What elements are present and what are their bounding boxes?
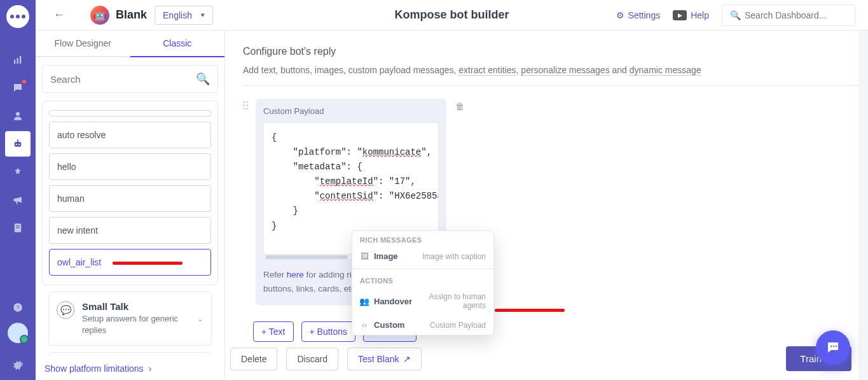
settings-icon[interactable] (5, 352, 31, 377)
svg-point-6 (16, 112, 20, 116)
settings-link[interactable]: ⚙ Settings (616, 10, 661, 20)
action-buttons-row: Delete Discard Test Blank ↗ Train bot (230, 346, 851, 371)
chevron-down-icon: ▾ (201, 11, 205, 19)
scrollbar-thumb[interactable] (265, 255, 348, 259)
intent-search-input[interactable] (50, 74, 196, 85)
popover-custom-label: Custom (374, 320, 404, 330)
analytics-icon[interactable] (5, 47, 31, 73)
refer-here-link[interactable]: here (287, 270, 304, 279)
dashboard-search-input[interactable] (745, 10, 856, 20)
intent-item[interactable]: auto resolve (49, 122, 211, 148)
popover-image-label: Image (374, 251, 398, 261)
drag-handle-icon[interactable] (243, 101, 252, 110)
add-text-button[interactable]: + Text (253, 321, 294, 342)
svg-point-0 (10, 15, 14, 18)
svg-rect-14 (16, 227, 20, 228)
svg-point-8 (16, 144, 17, 145)
svg-point-19 (836, 346, 837, 347)
search-icon: 🔍 (196, 72, 210, 86)
svg-rect-5 (20, 56, 21, 64)
designer-tabs: Flow Designer Classic (36, 31, 224, 57)
custom-payload-title: Custom Payload (263, 106, 439, 116)
help-icon[interactable]: ? (5, 295, 31, 320)
back-arrow-icon[interactable]: ← (53, 8, 65, 22)
svg-text:?: ? (16, 304, 19, 311)
refer-line2: buttons, links, cards, etc (263, 284, 355, 293)
chat-fab-button[interactable] (816, 330, 850, 365)
add-buttons-button[interactable]: + Buttons (301, 321, 356, 342)
top-header: ← 🤖 Blank English ▾ Kompose bot builder … (36, 0, 868, 31)
refer-pre: Refer (263, 270, 287, 279)
divider (352, 269, 493, 269)
popover-item-image[interactable]: 🖼 Image Image with caption (352, 246, 493, 266)
and-text: and (610, 65, 630, 75)
bot-avatar-icon: 🤖 (90, 6, 109, 25)
intent-search[interactable]: 🔍 (42, 65, 218, 93)
dashboard-search[interactable]: 🔍 (722, 4, 855, 26)
gear-icon: ⚙ (616, 10, 624, 20)
svg-point-2 (22, 15, 25, 18)
help-label: Help (691, 10, 709, 20)
svg-point-9 (18, 144, 20, 145)
chevron-right-icon: › (149, 363, 152, 374)
configure-subtitle: Add text, buttons, images, custom payloa… (243, 65, 858, 75)
automation-icon[interactable] (5, 159, 31, 185)
chevron-down-icon: ⌄ (197, 314, 203, 323)
notification-dot-icon (22, 80, 26, 83)
trash-icon[interactable]: 🗑 (455, 101, 464, 111)
users-icon[interactable] (5, 103, 31, 129)
intent-list: auto resolve hello human new intent owl_… (42, 101, 218, 285)
svg-point-1 (16, 15, 20, 18)
left-panel: Flow Designer Classic 🔍 auto resolve hel… (36, 31, 225, 380)
popover-handover-sub: Assign to human agents (417, 292, 486, 310)
delete-button[interactable]: Delete (230, 348, 277, 370)
dynamic-message-link[interactable]: dynamic message (630, 65, 701, 76)
intent-item[interactable]: human (49, 185, 211, 212)
small-talk-card[interactable]: 💬 Small Talk Setup answers for generic r… (48, 292, 212, 346)
help-link[interactable]: ▶ Help (673, 10, 709, 20)
tab-flow-designer[interactable]: Flow Designer (36, 31, 130, 57)
platform-limitations-link[interactable]: Show platform limitations › (36, 356, 224, 380)
redaction-mark-icon (113, 262, 183, 265)
discard-button[interactable]: Discard (286, 348, 338, 370)
extract-entities-link[interactable]: extract entities (458, 65, 516, 76)
intent-item-blank[interactable] (49, 110, 211, 116)
app-logo-icon[interactable] (6, 5, 29, 28)
svg-point-17 (830, 346, 832, 347)
handover-icon: 👥 (360, 297, 369, 306)
svg-point-11 (17, 139, 18, 141)
intent-item-selected[interactable]: owl_air_list (49, 249, 211, 276)
svg-rect-4 (17, 58, 18, 64)
platform-limitations-label: Show platform limitations (45, 363, 144, 374)
bot-name: Blank (116, 8, 147, 22)
campaigns-icon[interactable] (5, 187, 31, 213)
popover-item-handover[interactable]: 👥 Handover Assign to human agents (352, 287, 493, 315)
popover-section-actions: ACTIONS (352, 272, 493, 287)
svg-rect-13 (16, 225, 20, 226)
intent-item[interactable]: hello (49, 153, 211, 180)
popover-section-rich: RICH MESSAGES (352, 231, 493, 246)
more-options-popover: RICH MESSAGES 🖼 Image Image with caption… (352, 230, 494, 335)
profile-avatar[interactable] (8, 323, 28, 343)
configure-header: Configure bot's reply (243, 46, 858, 57)
small-talk-title: Small Talk (82, 301, 189, 312)
test-bot-button[interactable]: Test Blank ↗ (347, 348, 422, 370)
language-select[interactable]: English ▾ (155, 6, 213, 25)
video-icon: ▶ (673, 10, 687, 20)
svg-point-18 (833, 346, 834, 347)
svg-rect-3 (14, 60, 15, 64)
popover-item-custom[interactable]: ‹› Custom Custom Payload (352, 315, 493, 335)
popover-handover-label: Handover (374, 297, 412, 306)
image-icon: 🖼 (360, 252, 369, 261)
intent-item[interactable]: new intent (49, 217, 211, 244)
personalize-link[interactable]: personalize messages (521, 65, 609, 76)
search-icon: 🔍 (730, 10, 741, 20)
configure-sub-prefix: Add text, buttons, images, custom payloa… (243, 65, 458, 75)
small-talk-sub: Setup answers for generic replies (82, 313, 189, 336)
intent-item-label: owl_air_list (57, 257, 101, 267)
conversations-icon[interactable] (5, 75, 31, 101)
docs-icon[interactable] (5, 215, 31, 241)
tab-classic[interactable]: Classic (130, 31, 225, 57)
settings-label: Settings (628, 10, 661, 20)
bot-icon[interactable] (5, 131, 31, 157)
